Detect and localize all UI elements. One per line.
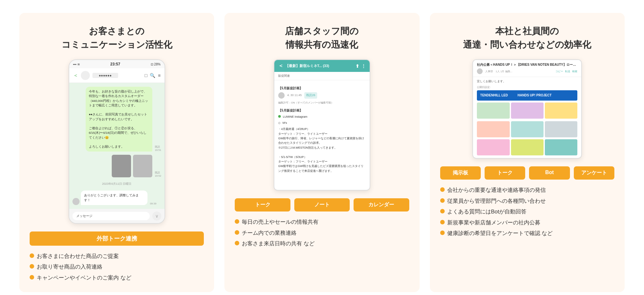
notice-image-row-3 — [477, 139, 577, 155]
card-company-bullets: 会社からの重要な通達や連絡事項の発信 従業員から管理部門への各種問い合わせ よく… — [440, 186, 614, 238]
recv-bubble: ありがとうございます、調整してみます！ — [81, 191, 147, 205]
notice-img-4 — [477, 121, 509, 137]
card-customer: お客さまとの コミュニケーション活性化 ▪▪▪ ≋ 23:57 ⊡ 28% ＜ … — [19, 13, 214, 292]
send-button-icon[interactable]: ∨ — [152, 211, 161, 221]
note-category: 販促関連 — [278, 74, 366, 78]
card-staff-bullets: 毎日の売上やセールの情報共有 チーム内での業務連絡 お客さま来店日時の共有 など — [235, 218, 409, 248]
staff-bullet-text-2: お客さま来店日時の共有 など — [242, 240, 315, 248]
search-icon[interactable]: 🔍 — [150, 73, 155, 78]
green-dot-icon — [278, 115, 281, 118]
note-body: 【5月販促計画】 4. 30 11:45 既読26 編集許可：ON（すべてのメン… — [274, 80, 370, 190]
note-green-dot-row: LUMINE instagram — [278, 114, 366, 119]
card-company: 本社と社員間の 通達・問い合わせなどの効率化 社内公募＜HANDS UP！＞【D… — [430, 13, 625, 292]
calendar-button[interactable]: カレンダー — [354, 198, 409, 211]
card-staff-title: 店舗スタッフ間の 情報共有の迅速化 — [285, 25, 359, 52]
chat-images-row: 既読19:52 — [72, 155, 161, 177]
staff-bullet-dot-0 — [235, 219, 239, 224]
chat-input[interactable]: メッセージ — [72, 212, 150, 220]
note-section-title: 【5月販促計画】 — [278, 85, 366, 91]
bulletin-button[interactable]: 掲示板 — [440, 166, 481, 180]
notice-img-6 — [545, 121, 577, 137]
bullet-item-0: お客さまに合わせた商品のご提案 — [30, 252, 204, 261]
bubble-time-2: 既読19:52 — [155, 171, 161, 177]
notice-top-title: 社内公募＜HANDS UP！＞【DRIES VAN NOTEN BEAUTY】ロ… — [477, 63, 577, 67]
notice-banner-text: TENDENHILL LED HANDS UP! PROJECT — [480, 93, 552, 98]
external-talk-button[interactable]: 外部トーク連携 — [30, 231, 204, 246]
main-container: お客さまとの コミュニケーション活性化 ▪▪▪ ≋ 23:57 ⊡ 28% ＜ … — [19, 13, 625, 292]
staff-bullet-text-0: 毎日の売上やセールの情報共有 — [242, 218, 318, 226]
chat-input-bar: メッセージ ∨ — [69, 209, 165, 223]
company-bullet-text-2: よくある質問にはBotが自動回答 — [447, 208, 527, 216]
company-bullet-2: よくある質問にはBotが自動回答 — [440, 208, 614, 216]
notice-greeting: 宜しくお願いします。 — [477, 80, 577, 84]
bubble-time-3: 09:39 — [150, 202, 156, 205]
more-icon[interactable]: ⋮ — [361, 64, 366, 69]
notice-public-label: 公開日設定: — [477, 85, 577, 89]
note-author-row: 4. 30 11:45 既読26 — [278, 92, 366, 99]
search-action[interactable]: 検索 — [572, 70, 577, 73]
note-header-icons: ⬆ ⋮ — [355, 64, 366, 69]
share-icon[interactable]: ⬆ — [355, 64, 359, 69]
note-back-icon[interactable]: ＜ — [278, 63, 283, 69]
bullet-text-1: お取り寄せ商品の入荷連絡 — [37, 263, 102, 271]
company-button-group: 掲示板 トーク Bot アンケート — [440, 166, 614, 180]
note-comment-count: 既読26 — [304, 92, 317, 98]
card-customer-title: お客さまとの コミュニケーション活性化 — [62, 25, 172, 52]
notice-meta: 人事部 1人 1月 編集... コピー 転送 検索 — [477, 68, 577, 74]
survey-button[interactable]: アンケート — [574, 166, 614, 180]
company-talk-button[interactable]: トーク — [485, 166, 525, 180]
menu-icon[interactable]: ≡ — [158, 73, 160, 78]
video-icon[interactable]: □ — [145, 73, 147, 78]
note-header: ＜ 【最新】新宿ルミネT... (33) ⬆ ⋮ — [274, 60, 370, 72]
notice-img-9 — [545, 139, 577, 155]
bullet-dot-0 — [30, 253, 34, 258]
note-author-time: 4. 30 11:45 — [287, 93, 302, 98]
card-customer-bullets: お客さまに合わせた商品のご提案 お取り寄せ商品の入荷連絡 キャンペーンやイベント… — [30, 252, 204, 282]
staff-bullet-dot-1 — [235, 230, 239, 235]
notice-image-grid-2 — [477, 121, 577, 137]
staff-bullet-0: 毎日の売上やセールの情報共有 — [235, 218, 409, 226]
note-lumine: LUMINE instagram — [283, 115, 308, 118]
note-diamond-row: ◇ M's — [278, 121, 366, 125]
chat-header: ＜ ●●●●●● □ 🔍 ≡ — [69, 68, 165, 83]
note-author-avatar — [278, 92, 285, 99]
company-bullet-1: 従業員から管理部門への各種問い合わせ — [440, 197, 614, 205]
bot-button[interactable]: Bot — [529, 166, 570, 180]
notice-banner: TENDENHILL LED HANDS UP! PROJECT — [477, 90, 577, 101]
sent-bubble-1: 今年も、お好きな旨の脂が召し上がで、特別な一着を作れるカスタムオーダー（¥40,… — [86, 87, 152, 152]
notice-img-8 — [511, 139, 544, 155]
note-content-text: ・4月最終週（4/28UP） ターゲット：フリー、ライトユーザー GW前半の旅行… — [278, 127, 366, 173]
staff-bullet-text-1: チーム内での業務連絡 — [242, 229, 297, 237]
bullet-dot-2 — [30, 275, 34, 280]
back-arrow-icon[interactable]: ＜ — [73, 72, 78, 79]
notice-body: 宜しくお願いします。 公開日設定: TENDENHILL LED HANDS U… — [473, 77, 581, 158]
image-1 — [112, 155, 131, 177]
talk-button[interactable]: トーク — [235, 198, 290, 211]
forward-action[interactable]: 転送 — [565, 70, 570, 73]
note-button[interactable]: ノート — [294, 198, 350, 211]
chat-header-icons: □ 🔍 ≡ — [145, 73, 161, 78]
company-bullet-dot-0 — [440, 187, 445, 192]
contact-name: ●●●●●● — [92, 73, 118, 78]
battery-icon: ⊡ 28% — [151, 63, 161, 66]
card-company-title: 本社と社員間の 通達・問い合わせなどの効率化 — [463, 25, 591, 52]
notice-img-7 — [477, 139, 509, 155]
note-mockup: ＜ 【最新】新宿ルミネT... (33) ⬆ ⋮ 販促関連 【5月販促計画】 4… — [274, 59, 370, 191]
chat-message-received: ありがとうございます、調整してみます！ 09:39 — [72, 191, 161, 205]
staff-button-group: トーク ノート カレンダー — [235, 198, 409, 211]
bullet-item-2: キャンペーンやイベントのご案内 など — [30, 274, 204, 282]
company-bullet-dot-3 — [440, 220, 445, 224]
notice-meta-avatar — [477, 68, 483, 74]
notice-actions: コピー 転送 検索 — [555, 70, 577, 73]
bullet-text-2: キャンペーンやイベントのご案内 など — [37, 274, 131, 282]
copy-action[interactable]: コピー — [555, 70, 563, 73]
contact-avatar — [81, 71, 90, 80]
notice-img-3 — [545, 103, 577, 119]
notice-img-5 — [511, 121, 544, 137]
note-title: 【最新】新宿ルミネT... (33) — [285, 64, 354, 68]
notice-meta-text: 人事部 1人 1月 編集... — [485, 70, 512, 73]
company-bullet-text-0: 会社からの重要な通達や連絡事項の発信 — [447, 186, 546, 194]
chat-body: 今年も、お好きな旨の脂が召し上がで、特別な一着を作れるカスタムオーダー（¥40,… — [69, 83, 165, 209]
notice-img-1 — [477, 103, 509, 119]
company-bullet-text-1: 従業員から管理部門への各種問い合わせ — [447, 197, 546, 205]
